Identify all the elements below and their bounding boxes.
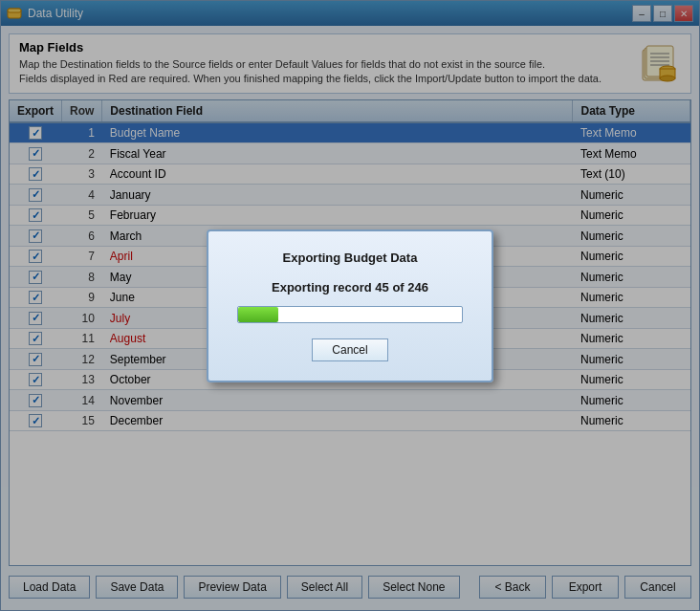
modal-overlay: Exporting Budget Data Exporting record 4… xyxy=(0,0,700,611)
progress-bar-container xyxy=(237,306,463,323)
modal-title: Exporting Budget Data xyxy=(237,251,463,265)
progress-bar-fill xyxy=(238,307,278,322)
export-progress-dialog: Exporting Budget Data Exporting record 4… xyxy=(207,229,493,382)
modal-buttons: Cancel xyxy=(237,338,463,361)
modal-message: Exporting record 45 of 246 xyxy=(237,280,463,295)
modal-cancel-button[interactable]: Cancel xyxy=(312,338,387,361)
